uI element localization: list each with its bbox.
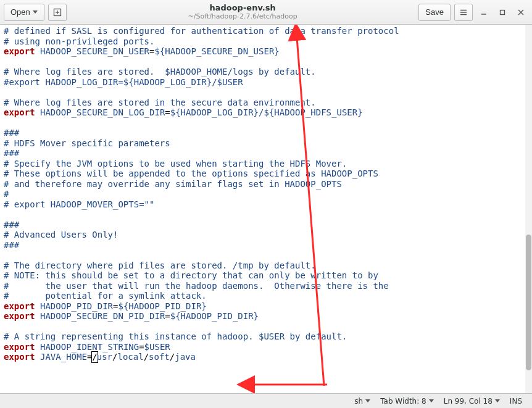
language-selector[interactable]: sh [349,397,375,406]
insert-mode-label: INS [510,397,522,406]
headerbar-left: Open [4,4,67,21]
svg-rect-7 [501,10,505,14]
title-area: hadoop-env.sh ~/Soft/hadoop-2.7.6/etc/ha… [70,4,415,20]
save-label: Save [425,7,444,17]
close-button[interactable] [513,5,528,20]
headerbar-right: Save [418,4,528,21]
minimize-button[interactable] [476,5,491,20]
statusbar: sh Tab Width: 8 Ln 99, Col 18 INS [0,393,532,408]
editor-area[interactable]: # defined if SASL is configured for auth… [0,25,532,393]
chevron-down-icon [495,399,500,402]
window-subtitle: ~/Soft/hadoop-2.7.6/etc/hadoop [188,13,297,20]
hamburger-icon [459,8,468,17]
new-tab-button[interactable] [48,4,67,21]
maximize-button[interactable] [495,5,510,20]
source-text[interactable]: # defined if SASL is configured for auth… [0,25,532,364]
headerbar: Open hadoop-env.sh ~/Soft/hadoop-2.7.6/e… [0,0,532,25]
close-icon [517,9,525,16]
maximize-icon [499,9,506,16]
minimize-icon [480,9,488,16]
cursor-position[interactable]: Ln 99, Col 18 [439,397,505,406]
scrollbar-thumb[interactable] [526,235,531,370]
insert-mode[interactable]: INS [505,397,527,406]
chevron-down-icon [365,399,370,402]
chevron-down-icon [429,399,434,402]
save-button[interactable]: Save [418,4,451,21]
window-title: hadoop-env.sh [209,4,275,12]
vertical-scrollbar[interactable] [525,25,532,393]
cursor-position-label: Ln 99, Col 18 [444,397,493,406]
chevron-down-icon [33,10,38,14]
language-label: sh [354,397,363,406]
tab-width-selector[interactable]: Tab Width: 8 [375,397,438,406]
open-label: Open [10,7,30,17]
open-button[interactable]: Open [4,4,44,21]
tab-width-label: Tab Width: 8 [380,397,426,406]
new-document-icon [53,8,62,17]
hamburger-menu-button[interactable] [454,4,473,21]
